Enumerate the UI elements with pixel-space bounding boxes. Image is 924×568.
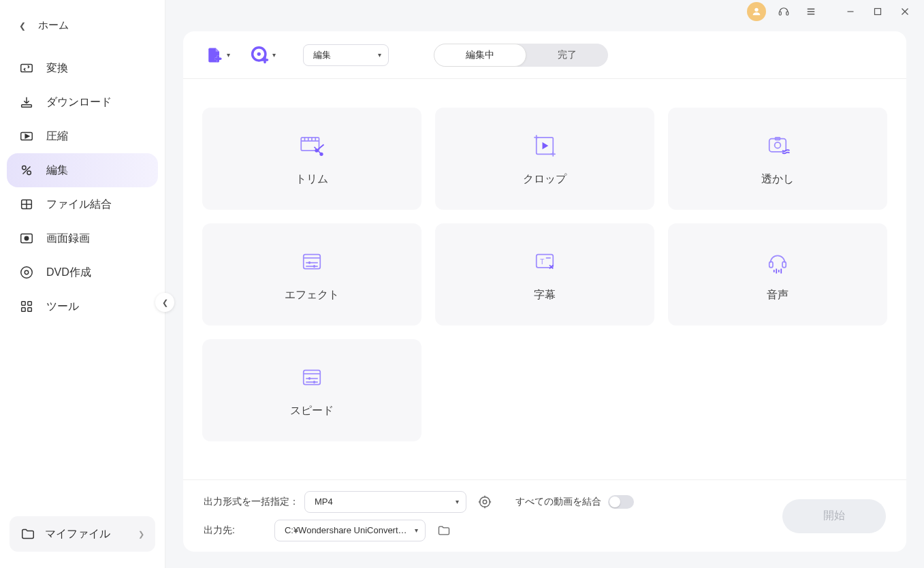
tile-label: トリム — [296, 172, 328, 187]
audio-icon — [763, 247, 792, 276]
speed-icon — [298, 363, 326, 392]
add-disc-icon — [251, 46, 270, 65]
start-button[interactable]: 開始 — [782, 499, 886, 533]
sidebar-item-label: DVD作成 — [46, 266, 91, 280]
support-button[interactable] — [770, 2, 797, 21]
screen-record-icon — [19, 231, 34, 246]
window-close-button[interactable] — [891, 2, 919, 21]
sidebar-item-label: 画面録画 — [46, 232, 90, 246]
sidebar-item-dvd[interactable]: DVD作成 — [7, 255, 158, 289]
caret-down-icon: ▾ — [456, 498, 459, 505]
panel-toolbar: ▾ ▾ 編集 ▾ 編集中 — [183, 31, 906, 79]
svg-rect-15 — [28, 302, 32, 306]
add-disc-button[interactable]: ▾ — [251, 46, 276, 65]
svg-point-18 — [754, 8, 758, 12]
svg-rect-16 — [22, 308, 26, 312]
trim-icon — [298, 131, 326, 160]
tab-label: 編集中 — [466, 49, 494, 61]
tile-watermark[interactable]: 透かし — [668, 108, 887, 210]
sidebar-collapse-button[interactable]: ❮ — [155, 293, 174, 312]
editor-panel: ▾ ▾ 編集 ▾ 編集中 — [183, 31, 906, 552]
merge-files-icon — [19, 197, 34, 212]
svg-rect-1 — [22, 105, 32, 108]
mode-select[interactable]: 編集 ▾ — [303, 44, 389, 66]
status-tabs: 編集中 完了 — [434, 44, 608, 67]
svg-point-13 — [25, 270, 29, 274]
caret-down-icon: ▾ — [227, 51, 230, 59]
svg-rect-14 — [22, 302, 26, 306]
chevron-left-icon: ❮ — [19, 21, 26, 31]
add-file-button[interactable]: ▾ — [205, 46, 230, 65]
tile-trim[interactable]: トリム — [202, 108, 421, 210]
tab-done[interactable]: 完了 — [526, 44, 608, 67]
panel-footer: 出力形式を一括指定： MP4 ▾ すべての動画を結合 — [183, 479, 906, 552]
sidebar-item-record[interactable]: 画面録画 — [7, 221, 158, 255]
sidebar-item-merge[interactable]: ファイル結合 — [7, 187, 158, 221]
sidebar-item-download[interactable]: ダウンロード — [7, 85, 158, 119]
svg-point-5 — [27, 171, 31, 174]
svg-rect-0 — [21, 65, 33, 72]
sidebar-item-convert[interactable]: 変換 — [7, 51, 158, 85]
sidebar-item-label: ツール — [46, 300, 79, 314]
svg-point-33 — [257, 52, 261, 55]
sidebar-item-label: 変換 — [46, 61, 68, 76]
tile-label: クロップ — [523, 172, 567, 187]
tile-audio[interactable]: 音声 — [668, 223, 887, 326]
svg-point-11 — [25, 236, 29, 240]
convert-icon — [19, 61, 34, 76]
merge-toggle[interactable] — [608, 495, 634, 509]
tile-speed[interactable]: スピード — [202, 339, 421, 441]
tools-icon — [19, 299, 34, 314]
tab-editing[interactable]: 編集中 — [434, 44, 526, 67]
window-maximize-button[interactable] — [864, 2, 891, 21]
svg-marker-47 — [543, 142, 549, 149]
tile-label: 字幕 — [534, 288, 556, 302]
download-icon — [19, 95, 34, 110]
start-button-label: 開始 — [823, 509, 845, 523]
user-avatar[interactable] — [747, 2, 766, 21]
subtitle-icon: T — [530, 247, 559, 276]
chevron-left-icon: ❮ — [162, 298, 168, 307]
tile-effect[interactable]: エフェクト — [202, 223, 421, 326]
tile-label: 透かし — [761, 172, 794, 187]
caret-down-icon: ▾ — [415, 526, 418, 534]
folder-icon — [20, 526, 35, 541]
window-minimize-button[interactable] — [837, 2, 864, 21]
svg-rect-35 — [264, 56, 266, 63]
sidebar-item-myfiles[interactable]: マイファイル ❯ — [10, 516, 155, 552]
mode-select-value: 編集 — [313, 49, 331, 61]
svg-rect-52 — [769, 138, 786, 151]
sidebar-item-tools[interactable]: ツール — [7, 289, 158, 324]
tile-label: スピード — [290, 404, 334, 418]
sidebar-item-label: ダウンロード — [46, 95, 112, 110]
output-path-select[interactable]: C:¥Wondershare UniConverter 1 ▾ — [274, 520, 426, 541]
add-file-icon — [205, 46, 224, 65]
sidebar-item-edit[interactable]: 編集 — [7, 153, 158, 187]
output-format-select[interactable]: MP4 ▾ — [304, 491, 466, 513]
watermark-icon — [763, 131, 792, 160]
svg-rect-25 — [875, 9, 881, 15]
tile-subtitle[interactable]: T 字幕 — [435, 223, 654, 326]
format-settings-button[interactable] — [475, 492, 495, 512]
nav-home[interactable]: ❮ ホーム — [0, 7, 165, 44]
editor-tiles-area: トリム クロップ 透かし エフェクト T — [183, 79, 906, 479]
tab-label: 完了 — [558, 49, 577, 61]
output-format-value: MP4 — [315, 496, 333, 507]
chevron-right-icon: ❯ — [138, 530, 144, 539]
tile-label: 音声 — [767, 288, 788, 302]
effect-icon — [298, 247, 326, 276]
svg-point-77 — [483, 500, 487, 504]
caret-down-icon: ▾ — [378, 51, 381, 59]
open-folder-button[interactable] — [434, 520, 454, 541]
sidebar-item-label: ファイル結合 — [46, 198, 112, 212]
sidebar-item-compress[interactable]: 圧縮 — [7, 119, 158, 153]
svg-rect-17 — [28, 308, 32, 312]
svg-point-12 — [21, 267, 33, 279]
edit-icon — [19, 163, 34, 178]
main-area: ▾ ▾ 編集 ▾ 編集中 — [165, 0, 924, 568]
tile-crop[interactable]: クロップ — [435, 108, 654, 210]
menu-button[interactable] — [797, 2, 825, 21]
svg-marker-3 — [25, 134, 29, 138]
compress-icon — [19, 129, 34, 144]
svg-text:T: T — [540, 257, 545, 265]
